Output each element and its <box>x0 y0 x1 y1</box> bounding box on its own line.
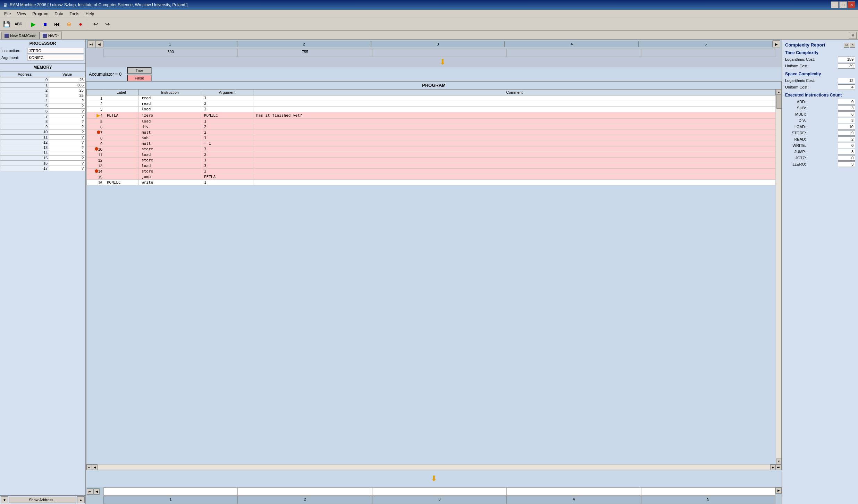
tape-arrow-area: ⬇ <box>103 58 782 67</box>
tape-top-headers: 1 2 3 4 5 <box>103 41 773 47</box>
vscroll-thumb[interactable] <box>776 95 781 109</box>
prog-comment <box>253 107 776 112</box>
tape-bot-prev-button[interactable]: ◀ <box>93 488 100 495</box>
tab-close-button[interactable]: ✕ <box>849 32 857 39</box>
prog-comment <box>253 95 776 101</box>
prog-ln: 5 <box>87 119 104 124</box>
memory-val: ? <box>49 166 85 171</box>
memory-addr: 6 <box>0 109 49 114</box>
prog-comment <box>253 158 776 163</box>
tape-top-next-button[interactable]: ▶ <box>773 40 780 48</box>
instruction-input[interactable] <box>27 48 84 53</box>
exec-label: DIV: <box>785 118 806 123</box>
exec-count-row: DIV: <box>785 118 855 123</box>
memory-val: ? <box>49 135 85 140</box>
memory-row: 14? <box>0 150 85 156</box>
menu-file[interactable]: File <box>1 11 14 17</box>
vscroll-down-button[interactable]: ▼ <box>776 459 781 464</box>
exec-label: MULT: <box>785 112 806 116</box>
maximize-button[interactable]: □ <box>839 1 847 8</box>
false-button[interactable]: False <box>127 75 152 82</box>
menu-bar: File View Program Data Tools Help <box>0 10 858 18</box>
app-icon: 🖥 <box>3 2 8 8</box>
step-button[interactable]: ⏮ <box>52 19 62 29</box>
menu-data[interactable]: Data <box>52 11 66 17</box>
menu-program[interactable]: Program <box>30 11 51 17</box>
tape-bot-header-1: 1 <box>103 496 238 504</box>
prog-ln: 3 <box>87 107 104 112</box>
prog-ln: 10 <box>87 146 104 152</box>
tab-new-ramcode[interactable]: New RAMCode <box>1 32 40 39</box>
prog-header-label: Label <box>104 90 139 95</box>
tape-bot-right-spacer <box>775 496 782 504</box>
exec-label: READ: <box>785 137 806 141</box>
time-uniform-label: Uniform Cost: <box>785 64 808 68</box>
memory-row: 15? <box>0 156 85 161</box>
redo-button[interactable]: ↪ <box>102 19 112 29</box>
menu-help[interactable]: Help <box>83 11 97 17</box>
program-vscroll[interactable]: ▲ ▼ <box>776 89 781 464</box>
instruction-row: Instruction: <box>1 48 84 53</box>
argument-input[interactable] <box>27 55 84 60</box>
fast-button[interactable]: ⊕ <box>64 19 74 29</box>
tape-bot-first-button[interactable]: ⏮ <box>87 488 93 495</box>
time-log-row: Logarithmic Cost: <box>785 57 855 62</box>
prog-arg: 2 <box>201 107 253 112</box>
memory-title: MEMORY <box>0 64 85 71</box>
complexity-restore-button[interactable]: ◱ <box>844 43 849 48</box>
hscroll-first-button[interactable]: ⏮ <box>86 464 92 470</box>
tape-bot-next-button[interactable]: ▶ <box>775 487 782 494</box>
complexity-close-button[interactable]: ✕ <box>850 43 855 48</box>
tape-bot-header-3: 3 <box>372 496 506 504</box>
tape-bot-value-4 <box>507 487 641 496</box>
processor-title: PROCESSOR <box>1 41 84 46</box>
run-button[interactable]: ▶ <box>28 19 39 29</box>
prog-instr: store <box>139 158 201 163</box>
tape-top-header-3: 3 <box>371 41 505 47</box>
undo-button[interactable]: ↩ <box>90 19 101 29</box>
memory-addr: 9 <box>0 124 49 129</box>
prog-instr: load <box>139 152 201 158</box>
hscroll-last-button[interactable]: ⏭ <box>776 464 781 470</box>
program-row: 5 load 1 <box>87 119 776 124</box>
prog-comment <box>253 130 776 135</box>
stop-button[interactable]: ■ <box>40 19 50 29</box>
save-button[interactable]: 💾 <box>1 19 12 29</box>
record-button[interactable]: ● <box>75 19 86 29</box>
middle-arrow-area: ⬇ <box>86 470 782 487</box>
prog-arg: KONIEC <box>201 112 253 119</box>
space-uniform-row: Uniform Cost: <box>785 84 855 90</box>
abc-button[interactable]: ABC <box>13 19 24 29</box>
program-row: 8 sub 1 <box>87 135 776 141</box>
show-address-button[interactable]: Show Address... <box>9 497 76 503</box>
program-table: Label Instruction Argument Comment 1 rea… <box>86 89 776 185</box>
menu-view[interactable]: View <box>14 11 29 17</box>
prog-label <box>104 130 139 135</box>
toolbar-separator-1 <box>26 20 26 28</box>
vscroll-up-button[interactable]: ▲ <box>776 89 781 95</box>
program-row: 14 store 2 <box>87 169 776 174</box>
menu-tools[interactable]: Tools <box>67 11 82 17</box>
prog-header-instr: Instruction <box>139 90 201 95</box>
hscroll-next-button[interactable]: ▶ <box>770 464 776 470</box>
hscroll-prev-button[interactable]: ◀ <box>92 464 98 470</box>
prog-instr: load <box>139 163 201 169</box>
minimize-button[interactable]: − <box>831 1 839 8</box>
memory-down-button[interactable]: ▼ <box>1 496 8 503</box>
arrow-cell-1 <box>103 58 239 67</box>
memory-scroll-up[interactable]: ▲ <box>77 496 85 503</box>
prog-label <box>104 95 139 101</box>
true-button[interactable]: True <box>127 67 152 74</box>
memory-val: 25 <box>49 93 85 98</box>
memory-addr: 10 <box>0 129 49 135</box>
tape-bottom-headers-row: 1 2 3 4 5 <box>86 496 782 504</box>
tape-bottom-values <box>103 487 775 496</box>
prog-instr: sub <box>139 135 201 141</box>
tape-top-prev-button[interactable]: ◀ <box>95 40 103 48</box>
tape-top-first-button[interactable]: ⏮ <box>87 40 95 48</box>
prog-arg: 2 <box>201 169 253 174</box>
program-table-area: Label Instruction Argument Comment 1 rea… <box>86 89 776 464</box>
exec-value <box>838 143 855 148</box>
tab-nwd[interactable]: NWD* <box>40 32 62 39</box>
close-button[interactable]: ✕ <box>848 1 855 8</box>
